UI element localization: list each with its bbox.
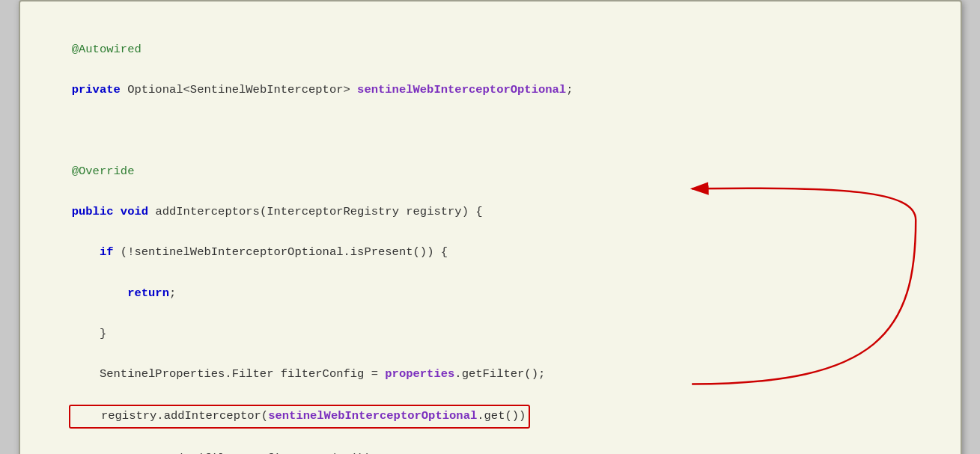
line-method-sig: public void addInterceptors(InterceptorR… xyxy=(72,205,483,218)
code-block: @Autowired private Optional<SentinelWebI… xyxy=(44,19,937,454)
line-close-if: } xyxy=(72,327,107,340)
annotation-override: @Override xyxy=(72,165,135,178)
line-order: .order(filterConfig.getOrder()) xyxy=(72,452,371,454)
line-return: return; xyxy=(72,286,177,300)
code-container: @Autowired private Optional<SentinelWebI… xyxy=(19,0,962,454)
line-filter-config: SentinelProperties.Filter filterConfig =… xyxy=(72,367,546,381)
annotation-autowired: @Autowired xyxy=(72,43,141,56)
line-private: private Optional<SentinelWebInterceptor>… xyxy=(72,83,573,96)
line-if: if (!sentinelWebInterceptorOptional.isPr… xyxy=(72,245,448,259)
line-registry-highlighted: registry.addInterceptor(sentinelWebInter… xyxy=(69,405,531,428)
